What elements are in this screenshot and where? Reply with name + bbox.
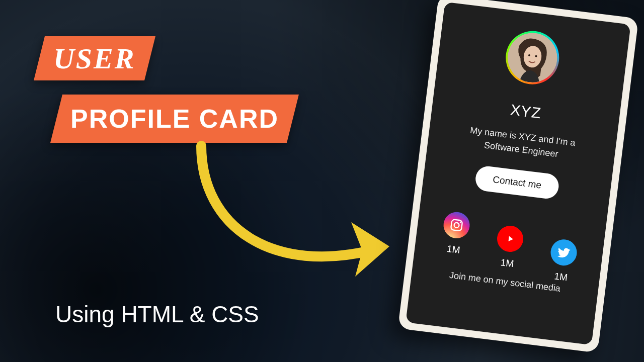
join-social-text: Join me on my social media (449, 270, 561, 294)
svg-point-6 (459, 222, 461, 223)
social-twitter[interactable]: 1M (547, 238, 579, 284)
profile-bio: My name is XYZ and I'm a Software Engine… (450, 122, 593, 165)
social-twitter-count: 1M (553, 271, 568, 284)
arrow-icon (181, 126, 423, 302)
headline-ribbon-user: USER (34, 36, 155, 80)
headline-ribbon-profile-text: PROFILE CARD (70, 104, 279, 134)
svg-point-5 (454, 223, 459, 228)
profile-name: XYZ (510, 101, 542, 122)
instagram-icon (442, 211, 471, 240)
avatar-ring (503, 28, 562, 87)
youtube-icon (496, 224, 525, 253)
profile-card: XYZ My name is XYZ and I'm a Software En… (406, 2, 630, 345)
contact-me-button[interactable]: Contact me (474, 165, 560, 200)
headline-subtext: Using HTML & CSS (55, 301, 259, 328)
profile-card-shell: XYZ My name is XYZ and I'm a Software En… (398, 0, 639, 353)
social-youtube-count: 1M (500, 257, 515, 269)
twitter-icon (549, 238, 579, 267)
social-instagram-count: 1M (446, 243, 461, 256)
social-row: 1M 1M 1M (426, 209, 595, 272)
social-youtube[interactable]: 1M (494, 224, 525, 270)
social-instagram[interactable]: 1M (440, 211, 471, 257)
avatar (505, 30, 560, 85)
svg-rect-4 (450, 219, 462, 231)
headline-ribbon-profile: PROFILE CARD (50, 95, 299, 143)
headline-ribbon-user-text: USER (53, 42, 136, 75)
